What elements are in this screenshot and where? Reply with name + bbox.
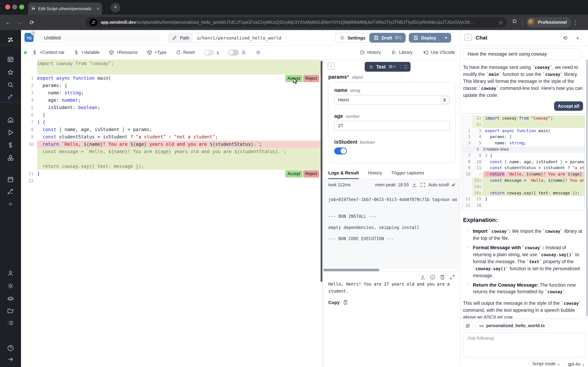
omnibox[interactable]: app.windmill.dev/scripts/edit/u/henri/pe…	[85, 17, 507, 28]
editor-line[interactable]: 9 const studentStatus = isStudent ? "a s…	[21, 133, 323, 141]
mention-button[interactable]: @	[463, 321, 473, 330]
sidebar-item-home-icon[interactable]	[0, 117, 21, 125]
download-icon[interactable]	[420, 274, 426, 280]
back-icon[interactable]: ←	[2, 19, 14, 25]
user-toggle[interactable]	[228, 50, 239, 55]
sidebar-item-gear-icon[interactable]	[0, 283, 21, 291]
editor-line[interactable]: 12	[21, 177, 323, 184]
extensions-icon[interactable]	[512, 19, 517, 26]
editor-line[interactable]: 1export async function main(AcceptReject	[21, 75, 323, 82]
library-button[interactable]: Library	[391, 50, 413, 55]
editor-line[interactable]: 4 age: number;	[21, 96, 323, 104]
sidebar-item-routes-icon[interactable]	[0, 188, 21, 196]
tab-history[interactable]: History	[368, 170, 382, 179]
isStudent-toggle[interactable]	[334, 148, 347, 154]
resource-button[interactable]: +Resource	[109, 50, 138, 55]
capture-button[interactable]: ⛶	[401, 64, 411, 69]
browser-tab[interactable]: Edit Script u/henri/personaliz ×	[28, 2, 102, 15]
chat-panel-icon[interactable]: ›|	[465, 34, 471, 41]
test-button[interactable]: Test⌘↵	[365, 64, 401, 69]
fullscreen-icon[interactable]	[450, 274, 455, 280]
window-zoom-button[interactable]	[19, 5, 24, 9]
autoscroll-label[interactable]: Auto scroll	[428, 183, 449, 187]
contextvar-button[interactable]: +Context var	[32, 50, 64, 55]
profile-chip[interactable]: Professionnel	[526, 17, 571, 28]
editor-line[interactable]: return cowsay.say({ text: message });	[21, 163, 323, 170]
editor-line[interactable]	[21, 67, 323, 75]
new-tab-button[interactable]: +	[111, 3, 121, 13]
script-name-input[interactable]: Untitled	[39, 33, 160, 43]
sidebar-item-plus-icon[interactable]	[0, 201, 21, 209]
sidebar-item-list-icon[interactable]	[0, 319, 21, 328]
editor-line[interactable]: 6 }	[21, 111, 323, 118]
forward-icon[interactable]: →	[14, 19, 26, 25]
usevscode-button[interactable]: Use VScode	[423, 50, 455, 55]
accept-button[interactable]: Accept	[285, 170, 303, 178]
browser-menu-icon[interactable]: ⋮	[573, 19, 578, 26]
sidebar-item-play-icon[interactable]	[0, 129, 21, 137]
clipboard-icon[interactable]	[440, 274, 445, 280]
editor-line[interactable]: 2 params: {	[21, 82, 323, 89]
editor-line[interactable]: import cowsay from "cowsay";	[21, 60, 323, 67]
context-file-chip[interactable]: <> personalized_hello_world.ts	[475, 321, 549, 330]
mode-select[interactable]: Script mode ⌄	[528, 360, 564, 367]
path-editor[interactable]: Path u/henri/personalized_hello_world	[168, 33, 286, 43]
reload-icon[interactable]: ⟳	[26, 19, 38, 26]
download-icon[interactable]	[412, 182, 417, 188]
new-chat-button[interactable]: +	[573, 33, 582, 43]
variable-button[interactable]: +Variable	[73, 50, 99, 55]
logs-horizontal-scrollbar[interactable]	[323, 269, 379, 271]
toggle-pm[interactable]: ±	[204, 50, 219, 55]
chat-accept-all-button[interactable]: Accept all	[554, 101, 583, 111]
reset-button[interactable]: Reset	[175, 50, 195, 55]
site-settings-icon[interactable]	[90, 18, 97, 26]
editor-line[interactable]	[21, 155, 323, 163]
window-minimize-button[interactable]	[12, 5, 17, 9]
history-button[interactable]: History	[360, 50, 381, 55]
variable-picker-button[interactable]: $	[441, 96, 448, 104]
copy-result-button[interactable]: Copy	[328, 300, 348, 305]
deploy-dropdown-button[interactable]: ▾	[441, 33, 451, 43]
toggle-user[interactable]	[228, 50, 246, 55]
model-select[interactable]: gpt-4o ⌄	[568, 361, 585, 367]
tab-close-icon[interactable]: ×	[97, 6, 99, 11]
editor-line[interactable]: 10 return `Hello, ${name}! You are ${age…	[21, 141, 323, 148]
chat-scrollbar[interactable]	[586, 59, 588, 316]
sidebar-item-calendar-icon[interactable]	[0, 176, 21, 184]
age-field[interactable]: 27	[334, 121, 450, 131]
sidebar-item-star-icon[interactable]	[0, 69, 21, 77]
sidebar-item-folder-icon[interactable]	[0, 307, 21, 316]
editor-line[interactable]: 5 isStudent: boolean;	[21, 104, 323, 111]
type-button[interactable]: +Type	[147, 50, 167, 55]
gear-button[interactable]	[256, 50, 261, 55]
sidebar-item-dollar-icon[interactable]	[0, 142, 21, 150]
sidebar-item-apps-icon[interactable]	[0, 56, 21, 64]
followup-input[interactable]: Ask followup	[463, 332, 586, 358]
deploy-button[interactable]: Deploy	[409, 33, 441, 43]
code-editor[interactable]: import cowsay from "cowsay";1export asyn…	[21, 60, 323, 367]
sidebar-item-arrow-right-icon[interactable]	[0, 356, 21, 364]
reject-button[interactable]: Reject	[303, 75, 319, 82]
sidebar-item-resources-icon[interactable]	[0, 154, 21, 163]
reject-button[interactable]: Reject	[303, 170, 319, 178]
sidebar-item-search-icon[interactable]	[0, 82, 21, 90]
sidebar-item-robot-icon[interactable]	[0, 295, 21, 303]
editor-line[interactable]: const message = `Hello, ${name}! You are…	[21, 148, 323, 155]
diff-toggle[interactable]	[204, 50, 214, 55]
editor-line[interactable]: 11}AcceptReject	[21, 170, 323, 177]
draft-button[interactable]: Draft⌘S	[369, 33, 406, 43]
editor-scrollbar[interactable]	[320, 61, 322, 282]
editor-line[interactable]: 3 name: string;	[21, 89, 323, 96]
settings-button[interactable]: Settings	[335, 33, 370, 43]
bookmark-star-icon[interactable]: ☆	[498, 19, 503, 26]
info-icon[interactable]	[430, 274, 435, 280]
tab-logs-result[interactable]: Logs & Result	[328, 170, 359, 179]
expand-icon[interactable]	[420, 182, 426, 188]
chat-history-icon[interactable]: ⟲	[560, 33, 570, 43]
editor-line[interactable]: 8 const { name, age, isStudent } = param…	[21, 126, 323, 133]
tab-trigger-captures[interactable]: Trigger captures	[391, 170, 424, 179]
name-field[interactable]: Henri$	[334, 95, 450, 105]
sidebar-item-user-icon[interactable]	[0, 270, 21, 278]
sidebar-item-help-icon[interactable]	[0, 345, 21, 353]
expand-hidden-icon[interactable]: ⇕	[463, 146, 483, 153]
